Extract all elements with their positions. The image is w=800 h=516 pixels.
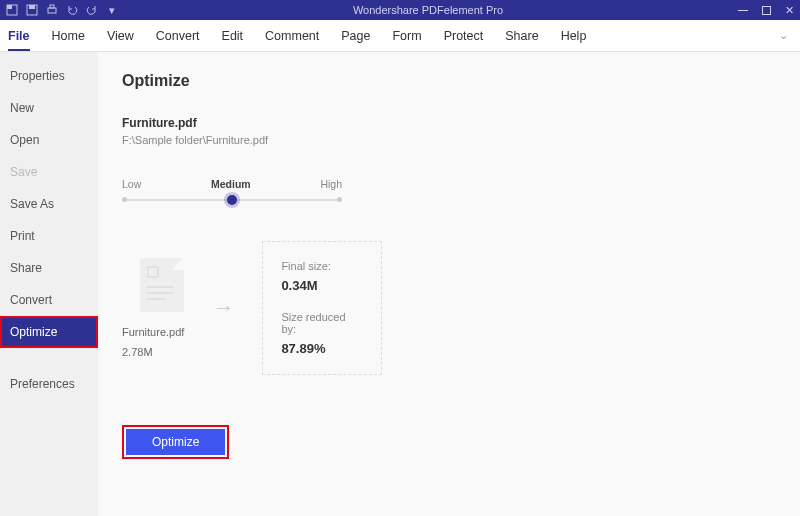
reduced-value: 87.89% — [281, 341, 359, 356]
menu-protect[interactable]: Protect — [444, 29, 484, 43]
redo-icon[interactable] — [86, 4, 98, 16]
menu-convert[interactable]: Convert — [156, 29, 200, 43]
menu-page[interactable]: Page — [341, 29, 370, 43]
optimize-button[interactable]: Optimize — [126, 429, 225, 455]
menu-help[interactable]: Help — [561, 29, 587, 43]
optimize-button-highlight: Optimize — [122, 425, 229, 459]
arrow-right-icon: → — [212, 295, 234, 321]
file-info: Furniture.pdf F:\Sample folder\Furniture… — [122, 116, 800, 146]
menu-form[interactable]: Form — [392, 29, 421, 43]
app-logo-icon — [6, 4, 18, 16]
menubar: File Home View Convert Edit Comment Page… — [0, 20, 800, 52]
slider-track[interactable] — [122, 199, 342, 201]
document-icon — [140, 258, 184, 312]
file-sidebar: Properties New Open Save Save As Print S… — [0, 52, 98, 516]
slider-thumb[interactable] — [227, 195, 237, 205]
slider-label-low: Low — [122, 178, 141, 190]
menu-home[interactable]: Home — [52, 29, 85, 43]
save-icon[interactable] — [26, 4, 38, 16]
quality-slider[interactable]: Low Medium High — [122, 178, 342, 201]
svg-rect-4 — [48, 8, 56, 13]
window-title: Wondershare PDFelement Pro — [118, 4, 738, 16]
sidebar-item-save: Save — [0, 156, 98, 188]
svg-rect-5 — [50, 5, 54, 8]
sidebar-item-convert[interactable]: Convert — [0, 284, 98, 316]
sidebar-item-open[interactable]: Open — [0, 124, 98, 156]
sidebar-item-properties[interactable]: Properties — [0, 60, 98, 92]
result-box: Final size: 0.34M Size reduced by: 87.89… — [262, 241, 382, 375]
final-size-value: 0.34M — [281, 278, 359, 293]
source-name: Furniture.pdf — [122, 326, 184, 338]
menu-edit[interactable]: Edit — [222, 29, 244, 43]
menu-share[interactable]: Share — [505, 29, 538, 43]
slider-label-medium: Medium — [211, 178, 251, 190]
sidebar-item-preferences[interactable]: Preferences — [0, 368, 98, 400]
slider-label-high: High — [320, 178, 342, 190]
svg-rect-1 — [7, 5, 12, 9]
minimize-icon[interactable] — [738, 10, 748, 11]
sidebar-item-new[interactable]: New — [0, 92, 98, 124]
dropdown-icon[interactable]: ▾ — [106, 4, 118, 16]
sidebar-item-share[interactable]: Share — [0, 252, 98, 284]
maximize-icon[interactable] — [762, 6, 771, 15]
file-name: Furniture.pdf — [122, 116, 800, 130]
sidebar-item-optimize[interactable]: Optimize — [0, 316, 98, 348]
titlebar: ▾ Wondershare PDFelement Pro — [0, 0, 800, 20]
menu-view[interactable]: View — [107, 29, 134, 43]
source-size: 2.78M — [122, 346, 184, 358]
optimize-panel: Optimize Furniture.pdf F:\Sample folder\… — [98, 52, 800, 516]
sidebar-item-save-as[interactable]: Save As — [0, 188, 98, 220]
final-size-label: Final size: — [281, 260, 359, 272]
close-icon[interactable] — [785, 4, 794, 17]
print-icon[interactable] — [46, 4, 58, 16]
svg-rect-3 — [29, 5, 35, 9]
file-path: F:\Sample folder\Furniture.pdf — [122, 134, 800, 146]
menu-comment[interactable]: Comment — [265, 29, 319, 43]
menu-file[interactable]: File — [8, 29, 30, 51]
reduced-label: Size reduced by: — [281, 311, 359, 335]
undo-icon[interactable] — [66, 4, 78, 16]
page-title: Optimize — [122, 72, 800, 90]
source-document: Furniture.pdf 2.78M — [122, 258, 184, 358]
sidebar-item-print[interactable]: Print — [0, 220, 98, 252]
menu-collapse-icon[interactable]: ⌄ — [779, 29, 792, 42]
